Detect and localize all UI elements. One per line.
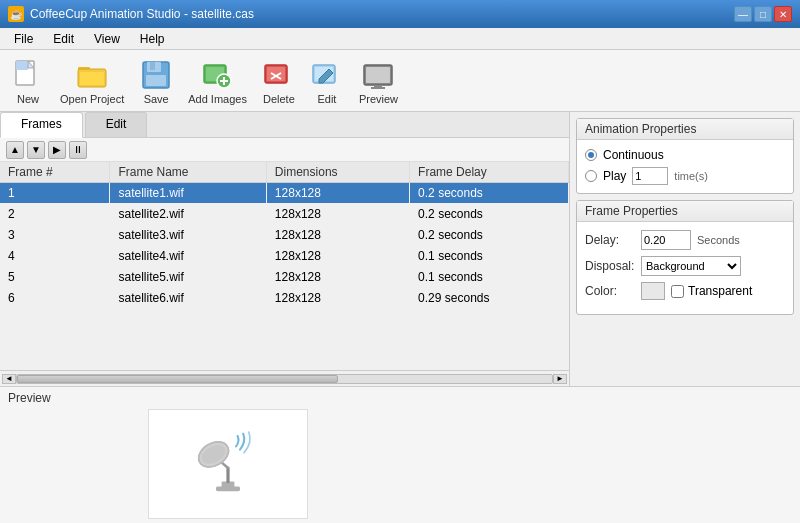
scroll-left-arrow[interactable]: ◄ [2,374,16,384]
save-label: Save [144,93,169,105]
preview-label: Preview [359,93,398,105]
open-project-button[interactable]: Open Project [54,57,130,107]
svg-rect-10 [146,75,166,86]
play-label: Play [603,169,626,183]
svg-rect-6 [80,72,104,85]
pause-button[interactable]: ⏸ [69,141,87,159]
cell-delay: 0.1 seconds [410,267,569,288]
move-up-button[interactable]: ▲ [6,141,24,159]
delete-label: Delete [263,93,295,105]
cell-frame-num: 1 [0,183,110,204]
times-label: time(s) [674,170,708,182]
cell-frame-name: satellite1.wif [110,183,266,204]
color-swatch[interactable] [641,282,665,300]
cell-dimensions: 128x128 [266,267,409,288]
svg-rect-17 [267,67,285,81]
delete-icon [263,59,295,91]
edit-button[interactable]: Edit [305,57,349,107]
color-label: Color: [585,284,635,298]
toolbar: New Open Project Save [0,50,800,112]
svg-rect-1 [16,61,28,70]
maximize-button[interactable]: □ [754,6,772,22]
table-row[interactable]: 2 satellite2.wif 128x128 0.2 seconds [0,204,569,225]
satellite-image [188,424,268,504]
col-frame-num: Frame # [0,162,110,183]
add-images-icon [202,59,234,91]
play-button[interactable]: ▶ [48,141,66,159]
frame-properties-title: Frame Properties [577,201,793,222]
transparent-label: Transparent [688,284,752,298]
edit-icon [311,59,343,91]
tab-toolbar: ▲ ▼ ▶ ⏸ [0,138,569,162]
frames-table: Frame # Frame Name Dimensions Frame Dela… [0,162,569,370]
tab-frames[interactable]: Frames [0,112,83,138]
cell-delay: 0.2 seconds [410,204,569,225]
transparent-checkbox[interactable] [671,285,684,298]
new-icon [12,59,44,91]
cell-dimensions: 128x128 [266,225,409,246]
seconds-label: Seconds [697,234,740,246]
table-row[interactable]: 1 satellite1.wif 128x128 0.2 seconds [0,183,569,204]
save-button[interactable]: Save [134,57,178,107]
window-title: CoffeeCup Animation Studio - satellite.c… [30,7,254,21]
cell-dimensions: 128x128 [266,288,409,309]
cell-frame-num: 3 [0,225,110,246]
scrollbar-track[interactable] [16,374,553,384]
table-row[interactable]: 3 satellite3.wif 128x128 0.2 seconds [0,225,569,246]
transparent-row: Transparent [671,284,752,298]
table-row[interactable]: 6 satellite6.wif 128x128 0.29 seconds [0,288,569,309]
preview-label: Preview [8,391,792,405]
table-row[interactable]: 4 satellite4.wif 128x128 0.1 seconds [0,246,569,267]
cell-frame-name: satellite5.wif [110,267,266,288]
frame-properties-box: Frame Properties Delay: Seconds Disposal… [576,200,794,315]
preview-icon [362,59,394,91]
cell-frame-name: satellite2.wif [110,204,266,225]
menu-view[interactable]: View [86,30,128,48]
disposal-select[interactable]: Background None Previous [641,256,741,276]
add-images-button[interactable]: Add Images [182,57,253,107]
play-count-input[interactable] [632,167,668,185]
animation-properties-content: Continuous Play time(s) [577,140,793,193]
menu-edit[interactable]: Edit [45,30,82,48]
cell-delay: 0.2 seconds [410,183,569,204]
left-panel: Frames Edit ▲ ▼ ▶ ⏸ Frame # Frame Name D… [0,112,570,386]
delay-row: Delay: Seconds [585,230,785,250]
animation-radio-group: Continuous Play time(s) [585,148,785,185]
delay-input[interactable] [641,230,691,250]
move-down-button[interactable]: ▼ [27,141,45,159]
cell-frame-num: 5 [0,267,110,288]
scrollbar-thumb[interactable] [17,375,338,383]
scroll-right-arrow[interactable]: ► [553,374,567,384]
minimize-button[interactable]: — [734,6,752,22]
window-controls[interactable]: — □ ✕ [734,6,792,22]
save-icon [140,59,172,91]
main-content: Frames Edit ▲ ▼ ▶ ⏸ Frame # Frame Name D… [0,112,800,523]
delay-label: Delay: [585,233,635,247]
continuous-label: Continuous [603,148,664,162]
menu-file[interactable]: File [6,30,41,48]
add-images-label: Add Images [188,93,247,105]
cell-dimensions: 128x128 [266,204,409,225]
play-row: Play time(s) [585,167,785,185]
new-button[interactable]: New [6,57,50,107]
tabs: Frames Edit [0,112,569,138]
animation-properties-box: Animation Properties Continuous Play tim… [576,118,794,194]
cell-frame-num: 4 [0,246,110,267]
new-label: New [17,93,39,105]
svg-rect-23 [366,67,390,83]
table-row[interactable]: 5 satellite5.wif 128x128 0.1 seconds [0,267,569,288]
close-button[interactable]: ✕ [774,6,792,22]
menu-help[interactable]: Help [132,30,173,48]
svg-rect-24 [374,85,382,87]
right-panel: Animation Properties Continuous Play tim… [570,112,800,386]
continuous-radio[interactable] [585,149,597,161]
preview-button[interactable]: Preview [353,57,404,107]
edit-label: Edit [317,93,336,105]
delete-button[interactable]: Delete [257,57,301,107]
tab-edit[interactable]: Edit [85,112,148,137]
color-row: Color: Transparent [585,282,785,300]
play-radio[interactable] [585,170,597,182]
folder-icon [76,59,108,91]
cell-frame-num: 2 [0,204,110,225]
svg-rect-9 [150,62,155,70]
